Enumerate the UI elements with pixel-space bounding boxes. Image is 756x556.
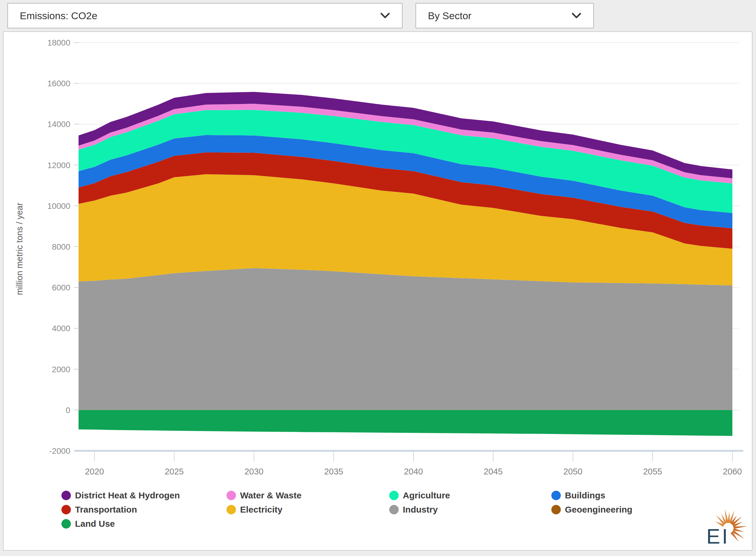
legend-item-agriculture: Agriculture xyxy=(389,490,551,500)
x-tick-label: 2030 xyxy=(245,467,264,476)
legend-dot xyxy=(551,505,561,514)
chevron-down-icon xyxy=(571,12,581,19)
legend-dot xyxy=(551,491,561,500)
legend-dot xyxy=(62,505,71,514)
legend-label: Geoengineering xyxy=(565,505,632,515)
x-tick-label: 2060 xyxy=(723,467,742,476)
x-tick-label: 2045 xyxy=(484,467,503,476)
y-tick-label: -2000 xyxy=(49,446,70,456)
x-tick-label: 2050 xyxy=(564,467,583,476)
legend: District Heat & HydrogenWater & WasteAgr… xyxy=(62,490,632,528)
legend-label: Buildings xyxy=(565,490,605,500)
sunburst-ray xyxy=(733,526,748,529)
legend-dot xyxy=(389,505,399,514)
emissions-metric-select[interactable]: Emissions: CO2e xyxy=(7,3,402,28)
y-tick-label: 18000 xyxy=(47,38,70,47)
legend-item-district-heat-hydrogen: District Heat & Hydrogen xyxy=(62,490,226,500)
legend-label: Industry xyxy=(403,505,438,515)
legend-dot xyxy=(389,491,399,500)
legend-label: Transportation xyxy=(75,505,137,515)
logo-text: EI xyxy=(707,525,729,548)
x-tick-label: 2020 xyxy=(85,467,104,476)
x-tick-label: 2035 xyxy=(324,467,344,476)
x-tick-label: 2040 xyxy=(404,467,423,476)
legend-item-water-waste: Water & Waste xyxy=(226,490,389,500)
emissions-metric-value: Emissions: CO2e xyxy=(20,10,374,22)
y-tick-label: 2000 xyxy=(52,365,70,374)
y-tick-label: 6000 xyxy=(52,283,70,292)
y-tick-label: 0 xyxy=(66,406,70,415)
legend-dot xyxy=(226,505,236,514)
legend-item-industry: Industry xyxy=(389,505,551,514)
legend-dot xyxy=(62,519,71,528)
y-tick-label: 8000 xyxy=(52,242,70,251)
view-by-value: By Sector xyxy=(428,10,566,22)
legend-label: Agriculture xyxy=(403,490,450,500)
x-tick-label: 2025 xyxy=(165,467,184,476)
legend-item-electricity: Electricity xyxy=(226,505,389,514)
y-tick-label: 14000 xyxy=(47,120,70,129)
area-land-use xyxy=(78,410,732,436)
chevron-down-icon xyxy=(380,12,390,19)
legend-dot xyxy=(226,491,236,500)
view-by-select[interactable]: By Sector xyxy=(416,3,594,28)
legend-item-buildings: Buildings xyxy=(551,490,632,500)
legend-dot xyxy=(62,491,71,500)
legend-label: Electricity xyxy=(240,505,282,515)
legend-label: District Heat & Hydrogen xyxy=(75,490,180,500)
area-industry xyxy=(78,268,732,410)
legend-item-transportation: Transportation xyxy=(62,505,226,514)
y-tick-label: 10000 xyxy=(47,202,70,211)
ei-sunburst-logo: EI xyxy=(705,507,749,548)
chart-panel: -200002000400060008000100001200014000160… xyxy=(3,31,752,551)
y-tick-label: 12000 xyxy=(47,161,70,170)
y-tick-label: 16000 xyxy=(47,79,70,88)
stacked-area-chart: -200002000400060008000100001200014000160… xyxy=(4,32,752,550)
x-tick-label: 2055 xyxy=(643,467,662,476)
y-tick-label: 4000 xyxy=(52,324,70,333)
legend-label: Land Use xyxy=(75,519,115,529)
legend-item-land-use: Land Use xyxy=(62,519,226,528)
y-axis-title: million metric tons / year xyxy=(15,143,25,355)
legend-label: Water & Waste xyxy=(240,490,301,500)
legend-item-geoengineering: Geoengineering xyxy=(551,505,632,514)
